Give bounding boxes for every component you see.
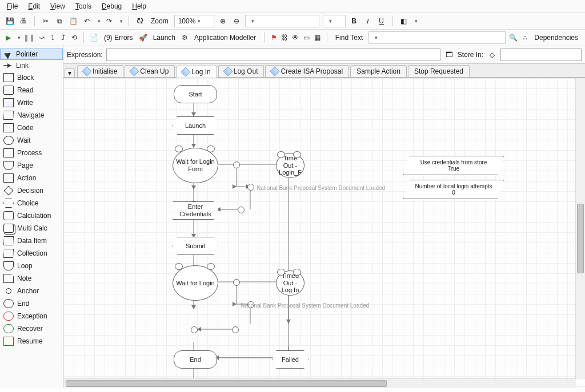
menu-edit[interactable]: Edit [28,2,40,10]
tool-pointer[interactable]: Pointer [0,49,63,60]
watch-icon[interactable]: 👁 [292,33,299,43]
tool-navigate[interactable]: Navigate [0,109,63,122]
expression-field[interactable] [106,49,440,61]
dataitem-use-credentials[interactable]: Use credentials from storeTrue [403,156,504,175]
undo-icon[interactable]: ↶ [82,16,92,26]
zoom-in-icon[interactable]: ⊕ [218,16,228,26]
node-start[interactable]: Start [174,85,217,103]
node-end[interactable]: End [174,350,217,369]
tool-calculation[interactable]: Calculation [0,209,63,222]
launch-icon[interactable]: 🚀 [139,33,147,43]
tool-code[interactable]: Code [0,122,63,134]
menu-debug[interactable]: Debug [102,2,122,10]
restart-icon[interactable]: ⟲ [70,33,78,43]
menu-help[interactable]: Help [132,2,146,10]
flag-icon[interactable]: ⚑ [270,33,278,43]
tool-collection[interactable]: Collection [0,247,63,260]
pause-icon[interactable]: ❚❚ [24,33,34,43]
zoom-out-icon[interactable]: ⊖ [231,16,242,26]
deps-icon[interactable]: ⛬ [521,33,528,43]
link-icon[interactable]: ⛓ [281,33,289,43]
refresh-icon[interactable]: 🗘 [135,16,145,26]
storein-field[interactable] [500,49,582,61]
tool-exception[interactable]: Exception [0,310,63,322]
paste-icon[interactable]: 📋 [68,16,78,26]
node-wait-login[interactable]: Wait for Login [173,265,218,301]
tool-link[interactable]: Link [0,60,63,71]
tool-action[interactable]: Action [0,172,63,184]
redo-caret-icon[interactable]: ▾ [120,18,123,24]
italic-button[interactable]: I [363,16,373,26]
tab-logout[interactable]: Log Out [218,65,265,77]
tool-end[interactable]: End [0,297,63,310]
appmodeller-icon[interactable]: ⚙ [181,33,189,43]
tool-anchor[interactable]: Anchor [0,285,63,297]
tab-sample-action[interactable]: Sample Action [350,65,407,77]
font-color-caret-icon[interactable]: ▾ [415,18,418,24]
tab-initialise[interactable]: Initialise [77,65,123,77]
tool-process[interactable]: Process [0,147,63,159]
tool-multi-calc[interactable]: Multi Calc [0,222,63,235]
tool-page[interactable]: Page [0,159,63,172]
ruler-icon[interactable]: ▭ [303,33,310,43]
tab-cleanup[interactable]: Clean Up [125,65,175,77]
expression-builder-icon[interactable]: 🗔 [444,50,454,60]
tab-login[interactable]: Log In [176,66,217,78]
vertical-scrollbar[interactable] [575,78,585,379]
copy-icon[interactable]: ⧉ [54,16,65,26]
node-submit[interactable]: Submit [173,237,218,255]
tool-decision[interactable]: Decision [0,184,63,197]
node-failed[interactable]: Failed [272,350,308,369]
grid-icon[interactable]: ▦ [314,33,321,43]
font-size-dropdown[interactable]: ▾ [323,15,346,27]
step-over-icon[interactable]: ⤻ [38,33,45,43]
tool-read[interactable]: Read [0,84,63,96]
launch-button[interactable]: Launch [151,34,178,42]
save-icon[interactable]: 💾 [5,16,15,26]
tab-menu-button[interactable]: ▾ [65,68,75,77]
tool-note[interactable]: Note [0,272,63,285]
resume-icon [3,337,14,346]
zoom-dropdown[interactable]: 100%▾ [174,15,214,27]
tab-stop-requested[interactable]: Stop Requested [408,65,470,77]
tool-resume[interactable]: Resume [0,335,63,347]
find-text-input[interactable]: ▾ [368,31,506,44]
tool-wait[interactable]: Wait [0,134,63,147]
zoom-label: Zoom [149,17,171,25]
storein-clear-icon[interactable]: ◇ [487,50,497,60]
font-color-icon[interactable]: ◧ [399,16,409,26]
font-family-dropdown[interactable]: ▾ [245,15,319,27]
diagram-canvas[interactable]: Start Launch Wait for Login Form Time Ou… [63,78,585,388]
bold-button[interactable]: B [349,16,359,26]
tool-recover[interactable]: Recover [0,322,63,335]
step-into-icon[interactable]: ⤵ [49,33,56,43]
play-caret-icon[interactable]: ▾ [18,35,21,41]
node-launch[interactable]: Launch [173,116,218,135]
menu-tools[interactable]: Tools [75,2,91,10]
tool-block[interactable]: Block [0,71,63,84]
find-icon[interactable]: 🔍 [509,33,518,43]
dataitem-login-attempts[interactable]: Number of local login attempts0 [403,180,504,199]
tab-create-isa[interactable]: Create ISA Proposal [265,65,349,77]
step-out-icon[interactable]: ⤴ [59,33,67,43]
node-enter-credentials[interactable]: Enter Credentials [173,201,218,220]
node-wait-login-form[interactable]: Wait for Login Form [173,148,218,183]
cut-icon[interactable]: ✂ [41,16,51,26]
tool-loop[interactable]: Loop [0,260,63,272]
tool-write[interactable]: Write [0,96,63,109]
toolbar-debug: ▶▾ ❚❚ ⤻ ⤵ ⤴ ⟲ 📄 (9) Errors 🚀 Launch ⚙ Ap… [0,30,585,46]
undo-caret-icon[interactable]: ▾ [98,18,101,24]
menu-view[interactable]: View [50,2,65,10]
appmodeller-button[interactable]: Application Modeller [192,34,258,42]
tool-data-item[interactable]: Data Item [0,235,63,247]
tool-choice[interactable]: Choice [0,197,63,209]
horizontal-scrollbar[interactable] [63,378,576,388]
redo-icon[interactable]: ↷ [104,16,114,26]
dependencies-button[interactable]: Dependencies [532,34,580,42]
print-icon[interactable]: 🖶 [18,16,29,26]
play-icon[interactable]: ▶ [5,33,12,43]
underline-button[interactable]: U [376,16,387,26]
errors-icon[interactable]: 📄 [90,33,98,43]
errors-label[interactable]: (9) Errors [102,34,135,42]
menu-file[interactable]: File [7,2,18,10]
